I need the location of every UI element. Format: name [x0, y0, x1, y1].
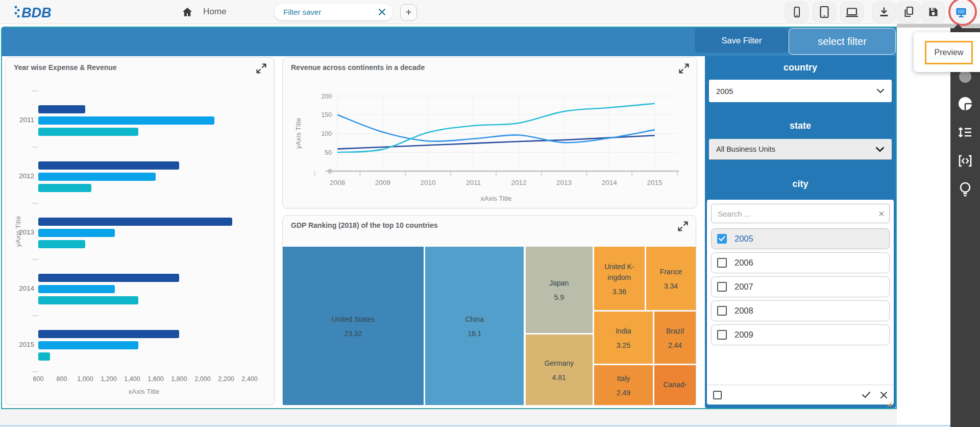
- top-navbar: BDB Home Filter saver +: [0, 0, 980, 24]
- tablet-preview-button[interactable]: [813, 2, 836, 22]
- bar-2013-series-navy[interactable]: [38, 218, 232, 226]
- bar-2014-series-navy[interactable]: [38, 274, 179, 282]
- bar-2013-series-blue[interactable]: [38, 229, 115, 237]
- document-tab-filter-saver[interactable]: Filter saver: [274, 4, 393, 20]
- bar-2011-series-blue[interactable]: [38, 116, 214, 125]
- save-button[interactable]: [921, 2, 945, 22]
- sort-list-icon[interactable]: [958, 126, 973, 140]
- home-label[interactable]: Home: [203, 7, 226, 17]
- xaxis-tick-label: 2008: [320, 179, 355, 186]
- treemap-tile-united-k-[interactable]: United K- ingdom3.36: [594, 247, 645, 310]
- treemap-tile-italy[interactable]: Italy2.49: [594, 365, 653, 405]
- xaxis-tick-label: 1,600: [142, 375, 169, 383]
- bar-2012-series-teal[interactable]: [38, 184, 91, 192]
- bar-chart-plot: 201120122013201420156008001,0001,2001,40…: [6, 58, 274, 405]
- checkbox-unchecked[interactable]: [717, 258, 727, 268]
- download-icon: [878, 6, 890, 18]
- line-cyan[interactable]: [337, 104, 655, 153]
- state-heading: state: [705, 121, 896, 131]
- treemap-tile-japan[interactable]: Japan5.9: [526, 247, 593, 333]
- country-heading: country: [705, 62, 896, 73]
- clear-x-icon[interactable]: [880, 391, 888, 399]
- bar-2015-series-teal[interactable]: [38, 352, 50, 361]
- checkbox-unchecked[interactable]: [717, 282, 727, 292]
- treemap-tile-china[interactable]: China16.1: [425, 247, 524, 405]
- document-tab-label: Filter saver: [283, 8, 378, 16]
- xaxis-tick-label: 600: [25, 375, 52, 383]
- treemap-tile-germany[interactable]: Germany4.81: [526, 335, 593, 405]
- circle-icon[interactable]: [959, 70, 971, 83]
- mobile-preview-button[interactable]: [785, 2, 808, 22]
- bar-2015-series-blue[interactable]: [38, 341, 138, 349]
- checkbox-unchecked[interactable]: [717, 306, 727, 316]
- city-list-item[interactable]: 2007: [711, 276, 890, 297]
- treemap-tile-france[interactable]: France3.34: [646, 247, 696, 310]
- new-tab-button[interactable]: +: [400, 4, 417, 21]
- treemap-tile-label: United K- ingdom: [604, 262, 634, 283]
- doughnut-chart-icon[interactable]: [958, 96, 973, 113]
- bar-2011-series-navy[interactable]: [38, 105, 85, 113]
- yaxis-tick-label: 150: [321, 111, 332, 118]
- treemap-tile-india[interactable]: India3.25: [594, 312, 653, 364]
- home-icon[interactable]: [181, 6, 193, 18]
- city-list-item[interactable]: 2005: [711, 228, 890, 249]
- bar-2014-series-teal[interactable]: [38, 296, 138, 304]
- checkbox-unchecked[interactable]: [717, 330, 727, 340]
- checkbox-checked[interactable]: [717, 234, 727, 244]
- desktop-preview-button[interactable]: [949, 2, 973, 22]
- clear-search-icon[interactable]: [874, 211, 889, 217]
- treemap-tile-united-states[interactable]: United States23.32: [283, 247, 424, 405]
- line-blue[interactable]: [337, 115, 655, 143]
- resize-handle-icon[interactable]: [886, 400, 893, 407]
- bar-2011-series-teal[interactable]: [38, 128, 138, 136]
- horizontal-scrollbar[interactable]: [897, 24, 980, 28]
- bdb-logo[interactable]: BDB: [13, 4, 59, 20]
- apply-check-icon[interactable]: [862, 391, 871, 398]
- treemap-tile-value: 4.81: [552, 373, 566, 382]
- city-search-box: [711, 204, 890, 223]
- city-search-input[interactable]: [712, 209, 874, 218]
- line-chart-xaxis-title: xAxis Title: [337, 195, 655, 202]
- bar-2015-series-navy[interactable]: [38, 330, 179, 338]
- yaxis-tick: [32, 203, 38, 204]
- line-navy[interactable]: [337, 135, 655, 149]
- download-button[interactable]: [872, 2, 896, 22]
- city-list-item[interactable]: 2009: [711, 324, 890, 345]
- treemap-tile-label: China: [465, 314, 484, 325]
- laptop-preview-button[interactable]: [840, 2, 864, 22]
- treemap-tile-value: 3.25: [617, 341, 630, 349]
- yaxis-tick-label: 0: [328, 168, 332, 175]
- bar-2012-series-navy[interactable]: [38, 161, 179, 170]
- tab-save-filter[interactable]: Save Filter: [695, 28, 789, 53]
- code-icon[interactable]: [958, 154, 973, 170]
- page-bottom-area: [0, 409, 897, 427]
- xaxis-tick-label: 2,000: [189, 375, 216, 383]
- country-select-value: 2005: [716, 87, 733, 96]
- treemap-tile-canad-[interactable]: Canad-: [654, 365, 696, 405]
- city-list-footer: [707, 385, 894, 405]
- yaxis-tick: [32, 371, 38, 372]
- bar-2013-series-teal[interactable]: [38, 240, 85, 248]
- tab-select-filter[interactable]: select filter: [789, 28, 896, 55]
- treemap-tile-value: 16.1: [468, 329, 481, 338]
- treemap-tile-brazil[interactable]: Brazil2.44: [654, 312, 696, 364]
- state-select[interactable]: All Business Units: [709, 139, 892, 160]
- bar-2014-series-blue[interactable]: [38, 285, 115, 293]
- copy-button[interactable]: [897, 2, 920, 22]
- city-item-label: 2008: [734, 306, 753, 316]
- city-list-item[interactable]: 2006: [711, 252, 890, 273]
- treemap-tile-label: Germany: [544, 358, 574, 369]
- country-select[interactable]: 2005: [709, 80, 892, 102]
- city-list-item[interactable]: 2008: [711, 300, 890, 321]
- city-list: 20052006200720082009: [707, 200, 894, 405]
- bar-2012-series-blue[interactable]: [38, 173, 156, 181]
- treemap-plot: United States23.32China16.1Japan5.9Germa…: [283, 247, 696, 405]
- yaxis-tick: [32, 315, 38, 316]
- lightbulb-icon[interactable]: [959, 181, 972, 200]
- expand-treemap-button[interactable]: [676, 220, 690, 233]
- treemap-tile-value: 3.36: [612, 288, 626, 296]
- app-root: BDB Home Filter saver +: [0, 0, 980, 427]
- select-all-checkbox[interactable]: [713, 391, 722, 399]
- close-tab-icon[interactable]: [378, 8, 386, 16]
- xaxis-tick-label: 2011: [455, 179, 491, 186]
